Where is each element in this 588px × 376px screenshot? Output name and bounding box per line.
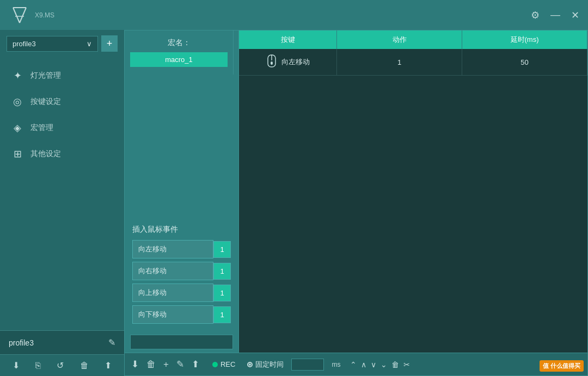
profile-name: profile3 — [13, 40, 36, 48]
rec-dot — [212, 362, 218, 367]
copy-icon[interactable]: ⎘ — [35, 361, 41, 371]
insert-move-up-count: 1 — [213, 285, 231, 301]
title-bar: X9.MS ⚙ — ✕ — [0, 0, 588, 30]
profile-dropdown[interactable]: profile3 ∨ — [7, 36, 98, 52]
col-header-key: 按键 — [239, 30, 337, 49]
insert-buttons: 向左移动 1 向右移动 1 向上移动 1 向下移动 — [132, 240, 231, 324]
table-row[interactable]: 向左移动 1 50 — [239, 49, 587, 76]
key-table-body: 向左移动 1 50 — [239, 49, 587, 353]
close-icon[interactable]: ✕ — [571, 9, 579, 21]
insert-row-right: 向右移动 1 — [132, 262, 231, 280]
sidebar: profile3 ∨ + ✦ 灯光管理 ◎ 按键设定 ◈ 宏管理 ⊞ 其他设定 — [0, 30, 124, 376]
mouse-icon — [266, 54, 277, 70]
key-label: 向左移动 — [281, 57, 310, 67]
sidebar-footer: profile3 ✎ — [0, 330, 124, 354]
lighting-icon: ✦ — [11, 70, 24, 82]
delete-icon[interactable]: 🗑 — [80, 361, 89, 371]
insert-move-down-button[interactable]: 向下移动 — [132, 305, 213, 324]
upload-icon[interactable]: ⬆ — [105, 360, 112, 371]
down-arrow-icon[interactable]: ∨ — [371, 360, 376, 369]
up-arrow-icon[interactable]: ∧ — [361, 360, 366, 369]
settings-icon[interactable]: ⚙ — [531, 9, 540, 21]
key-table-area: 按键 动作 延时(ms) 向左移动 — [239, 30, 587, 353]
remove-icon[interactable]: 🗑 — [146, 359, 156, 370]
sidebar-item-keys[interactable]: ◎ 按键设定 — [0, 89, 124, 115]
radio-dot — [247, 362, 253, 367]
nav-menu: ✦ 灯光管理 ◎ 按键设定 ◈ 宏管理 ⊞ 其他设定 — [0, 57, 124, 330]
key-table-header: 按键 动作 延时(ms) — [239, 30, 587, 49]
rec-label: REC — [220, 360, 235, 368]
sidebar-item-macro-label: 宏管理 — [30, 123, 53, 133]
sidebar-item-keys-label: 按键设定 — [30, 97, 61, 107]
name-input-area — [125, 331, 238, 353]
refresh-icon[interactable]: ↺ — [57, 360, 64, 371]
ms-value-input[interactable] — [291, 359, 324, 371]
keys-icon: ◎ — [11, 96, 24, 108]
left-spacer — [125, 75, 238, 217]
fixed-time-label: 固定时间 — [255, 360, 284, 369]
insert-move-down-count: 1 — [213, 306, 231, 323]
profile-selector: profile3 ∨ + — [0, 30, 124, 57]
insert-row-down: 向下移动 1 — [132, 305, 231, 324]
action-cell: 1 — [337, 49, 462, 76]
app-logo-icon — [9, 4, 30, 26]
export-icon[interactable]: ⬆ — [192, 359, 199, 370]
last-arrow-icon[interactable]: ⌄ — [381, 360, 387, 369]
sidebar-item-other[interactable]: ⊞ 其他设定 — [0, 141, 124, 167]
svg-point-6 — [271, 61, 273, 65]
bottom-toolbar: ⬇ 🗑 + ✎ ⬆ REC 固定时间 ms ⌃ ∧ ∨ ⌄ 🗑 — [125, 353, 587, 375]
insert-move-up-button[interactable]: 向上移动 — [132, 283, 213, 302]
first-arrow-icon[interactable]: ⌃ — [350, 360, 357, 369]
sidebar-item-macro[interactable]: ◈ 宏管理 — [0, 115, 124, 141]
macro-name-input[interactable] — [130, 335, 233, 349]
dropdown-arrow: ∨ — [87, 40, 92, 48]
svg-line-2 — [20, 8, 26, 23]
macro-name-header: 宏名： — [130, 38, 228, 48]
macro-name-item[interactable]: macro_1 — [130, 52, 228, 67]
edit-profile-button[interactable]: ✎ — [108, 337, 115, 348]
download-icon[interactable]: ⬇ — [13, 360, 20, 371]
insert-row-up: 向上移动 1 — [132, 283, 231, 302]
minimize-icon[interactable]: — — [550, 9, 560, 21]
macro-toolbar-icons: ⬇ 🗑 + ✎ ⬆ — [131, 359, 199, 370]
sidebar-item-other-label: 其他设定 — [30, 149, 61, 159]
col-header-action: 动作 — [337, 30, 462, 49]
add-profile-button[interactable]: + — [101, 35, 118, 52]
app-logo-area: X9.MS — [9, 4, 54, 26]
edit-icon[interactable]: ✎ — [176, 359, 184, 370]
col-header-delay: 延时(ms) — [462, 30, 587, 49]
svg-line-1 — [13, 8, 20, 23]
ms-unit-label: ms — [332, 361, 340, 368]
main-layout: profile3 ∨ + ✦ 灯光管理 ◎ 按键设定 ◈ 宏管理 ⊞ 其他设定 — [0, 30, 588, 376]
fixed-time-option[interactable]: 固定时间 — [247, 360, 284, 369]
insert-row-left: 向左移动 1 — [132, 240, 231, 258]
insert-move-left-button[interactable]: 向左移动 — [132, 240, 213, 258]
footer-profile-label: profile3 — [9, 338, 34, 347]
app-version-label: X9.MS — [35, 11, 54, 19]
sidebar-toolbar: ⬇ ⎘ ↺ 🗑 ⬆ — [0, 354, 124, 376]
delay-cell: 50 — [462, 49, 587, 76]
insert-move-right-count: 1 — [213, 263, 231, 280]
key-cell: 向左移动 — [239, 49, 337, 76]
save-icon[interactable]: ⬇ — [131, 359, 139, 370]
arrow-controls: ⌃ ∧ ∨ ⌄ 🗑 ✂ — [350, 360, 410, 369]
other-icon: ⊞ — [11, 148, 24, 160]
sidebar-item-lighting[interactable]: ✦ 灯光管理 — [0, 63, 124, 89]
cut-icon[interactable]: ✂ — [403, 360, 410, 369]
macro-name-panel: 宏名： macro_1 — [125, 30, 234, 75]
left-panel: 宏名： macro_1 插入鼠标事件 向左移动 1 向右移动 — [125, 30, 239, 353]
delete-row-icon[interactable]: 🗑 — [391, 360, 399, 369]
insert-panel: 插入鼠标事件 向左移动 1 向右移动 1 向上移动 1 — [125, 217, 238, 331]
macro-icon: ◈ — [11, 122, 24, 134]
window-controls: ⚙ — ✕ — [531, 9, 579, 21]
macro-editor: 宏名： macro_1 插入鼠标事件 向左移动 1 向右移动 — [125, 30, 587, 353]
sidebar-item-lighting-label: 灯光管理 — [30, 71, 61, 81]
add-icon[interactable]: + — [163, 359, 169, 370]
watermark-text: 值 什么值得买 — [543, 362, 580, 369]
content-area: 宏名： macro_1 插入鼠标事件 向左移动 1 向右移动 — [124, 30, 588, 376]
insert-move-left-count: 1 — [213, 241, 231, 258]
insert-label: 插入鼠标事件 — [132, 225, 231, 235]
insert-move-right-button[interactable]: 向右移动 — [132, 262, 213, 280]
watermark: 值 什么值得买 — [540, 360, 584, 372]
rec-indicator: REC — [212, 360, 235, 368]
